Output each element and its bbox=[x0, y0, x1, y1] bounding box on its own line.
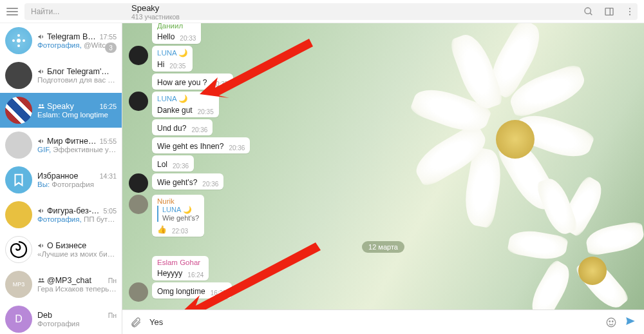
annotation-arrow-bottom bbox=[180, 236, 322, 309]
chat-subtitle: 413 участников bbox=[131, 13, 574, 21]
svg-marker-17 bbox=[180, 242, 321, 309]
svg-point-11 bbox=[23, 39, 25, 42]
message-text: Wie geht es Ihnen? bbox=[157, 142, 223, 151]
chat-item[interactable]: Блог Telegram'щ…Подготовил для вас кейс … bbox=[0, 58, 122, 93]
avatar[interactable] bbox=[129, 92, 148, 111]
sender-name[interactable]: Даниил bbox=[157, 23, 196, 30]
svg-point-8 bbox=[17, 34, 20, 37]
message-text: Heyyyy bbox=[157, 269, 182, 278]
chat-item[interactable]: Фигура-без-Перек…5:05Фотография, ПП буте… bbox=[0, 197, 122, 232]
chat-list[interactable]: Telegram Baza17:55Фотография, @Witchers…… bbox=[0, 23, 122, 334]
date-divider: 12 марта bbox=[362, 241, 404, 253]
message-row: NurikLUNA 🌙Wie geht's?👍22:03 bbox=[129, 195, 638, 237]
svg-marker-16 bbox=[200, 39, 313, 98]
message-text: Und du? bbox=[157, 124, 186, 133]
message-text: Hello bbox=[157, 32, 175, 41]
avatar[interactable] bbox=[129, 282, 148, 302]
chat-item[interactable]: Speaky16:25Eslam: Omg longtime bbox=[0, 93, 122, 128]
chat-item[interactable]: DDebПнФотография bbox=[0, 302, 122, 334]
annotation-arrow-top bbox=[200, 30, 316, 107]
message-time: 20:36 bbox=[229, 144, 245, 152]
svg-point-6 bbox=[629, 14, 630, 15]
svg-point-4 bbox=[629, 8, 630, 9]
sender-name[interactable]: Nurik bbox=[157, 197, 199, 205]
search-icon[interactable] bbox=[583, 6, 594, 17]
message-row: Wie geht's?20:36 bbox=[129, 173, 638, 193]
message-text: Wie geht's? bbox=[157, 178, 197, 187]
svg-point-10 bbox=[12, 39, 15, 42]
svg-rect-2 bbox=[605, 8, 613, 15]
svg-point-9 bbox=[17, 44, 20, 47]
svg-point-0 bbox=[585, 8, 591, 14]
chat-item[interactable]: Telegram Baza17:55Фотография, @Witchers…… bbox=[0, 23, 122, 58]
chat-item[interactable]: О Бизнесе«Лучшие из моих бизнес и… bbox=[0, 232, 122, 267]
svg-point-7 bbox=[17, 39, 21, 43]
svg-point-15 bbox=[42, 279, 44, 280]
chat-item[interactable]: Избранное14:31Вы: Фотография bbox=[0, 162, 122, 197]
message-time: 20:35 bbox=[169, 63, 185, 70]
svg-point-5 bbox=[629, 11, 630, 12]
chat-title: Speaky bbox=[131, 3, 574, 13]
avatar[interactable] bbox=[129, 173, 148, 193]
message-row: Lol20:36 bbox=[129, 155, 638, 172]
avatar[interactable] bbox=[129, 46, 148, 65]
attach-icon[interactable] bbox=[130, 317, 142, 328]
chat-item[interactable]: Мир Фитнеса | Fi…15:55GIF, Эффективные у… bbox=[0, 128, 122, 162]
more-icon[interactable] bbox=[625, 6, 635, 17]
emoji-icon[interactable] bbox=[605, 317, 617, 328]
svg-point-12 bbox=[39, 104, 41, 106]
menu-icon[interactable] bbox=[6, 6, 18, 17]
svg-point-14 bbox=[39, 279, 41, 280]
message-time: 20:36 bbox=[191, 126, 207, 133]
message-row: Wie geht es Ihnen?20:36 bbox=[129, 137, 638, 153]
svg-point-18 bbox=[607, 318, 616, 327]
message-time: 20:36 bbox=[202, 181, 218, 188]
message-time: 20:36 bbox=[173, 162, 189, 170]
message-text: Hi bbox=[157, 60, 164, 69]
svg-line-1 bbox=[590, 13, 592, 15]
avatar[interactable] bbox=[129, 195, 148, 214]
message-time: 20:35 bbox=[198, 108, 214, 115]
message-time: 22:03 bbox=[172, 228, 188, 235]
chat-item[interactable]: MP3@MP3_chatПнГера Исхаков теперь в груп… bbox=[0, 267, 122, 302]
svg-point-13 bbox=[42, 104, 44, 106]
message-input[interactable] bbox=[149, 317, 598, 327]
send-icon[interactable] bbox=[625, 315, 636, 327]
reply-quote[interactable]: LUNA 🌙Wie geht's? bbox=[157, 206, 199, 222]
sender-name[interactable]: LUNA 🌙 bbox=[157, 48, 187, 57]
panel-icon[interactable] bbox=[604, 6, 614, 17]
message-row: Und du?20:36 bbox=[129, 119, 638, 135]
message-text: Danke gut bbox=[157, 106, 193, 115]
message-text: Lol bbox=[157, 160, 167, 169]
message-text: 👍 bbox=[157, 225, 167, 234]
message-time: 20:33 bbox=[180, 35, 196, 42]
chat-header[interactable]: Speaky 413 участников bbox=[131, 3, 574, 21]
svg-point-20 bbox=[612, 320, 614, 322]
svg-point-19 bbox=[609, 320, 611, 322]
